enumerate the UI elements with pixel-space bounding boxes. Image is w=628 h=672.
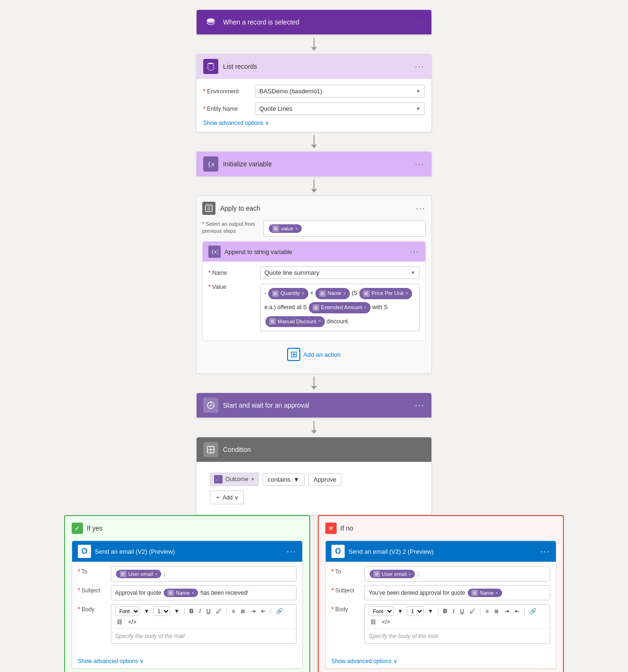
contains-dropdown[interactable]: contains ▼ [263,473,305,486]
outcome-close[interactable]: × [251,476,255,483]
if-yes-to-row: To ⊞ User email × ; [78,566,297,582]
step5-menu[interactable]: ··· [415,401,425,410]
extended-amount-token: ⊞ Extended Amount × [309,302,371,313]
step1-menu[interactable]: ··· [415,17,425,27]
if-no-body-input[interactable]: Font ▼ 12 ▼ B I U 🖊 ≡ [364,604,550,644]
if-no-subject-input[interactable]: You've been denied approval for quote ⊞ … [364,585,550,600]
step5-header: Start and wait for an approval ··· [197,393,431,418]
if-yes-subject-label: Subject [78,585,111,594]
outcome-icon: ✓ [214,475,223,484]
add-button[interactable]: ＋ Add ∨ [210,491,244,504]
svg-text:✓: ✓ [215,478,218,482]
if-no-bold-btn[interactable]: B [441,607,449,615]
if-no-outdent-btn[interactable]: ⇤ [513,607,521,615]
toolbar-divider1: ▼ [142,607,151,615]
strike-btn[interactable]: 🖊 [214,607,223,615]
if-no-email-body: To ⊞ User email × ; Subject [326,562,556,652]
if-no-size-select[interactable]: 12 [407,606,424,616]
step4-menu[interactable]: ··· [416,204,426,213]
if-no-to-input[interactable]: ⊞ User email × ; [364,566,550,582]
step4-name-row: Name Quote line summary ▼ [208,266,420,279]
step2-menu[interactable]: ··· [415,62,425,72]
if-yes-body-placeholder[interactable]: Specify the body of the mail [111,629,296,643]
if-no-ol-btn[interactable]: ≣ [492,607,501,615]
step4-inner-icon: {x} [208,246,221,258]
if-yes-to-label: To [78,566,111,575]
if-no-subject-name-token: ⊞ Name × [468,589,502,597]
outdent-btn[interactable]: ⇤ [259,607,268,615]
step5-icon [203,398,218,413]
step2-env-value: BASDemo (basdemo1) [259,88,322,95]
if-no-email-icon: O [331,545,345,558]
step4-outer-card: Apply to each ··· * Select an output fro… [196,196,432,374]
if-yes-body-label: Body [78,604,111,613]
if-no-unlink-btn[interactable]: ⛓ [369,618,378,626]
if-no-underline-btn[interactable]: U [458,607,466,615]
add-action-icon: ⊞ [287,348,300,361]
approve-input[interactable]: Approve [308,473,341,486]
step2-env-dropdown[interactable]: BASDemo (basdemo1) ▼ [255,85,425,98]
if-no-panel: ✕ If no O Send an email (V2) 2 (Preview)… [318,515,564,672]
step2-show-advanced[interactable]: Show advanced options ∨ [203,120,425,126]
link-btn[interactable]: 🔗 [274,607,285,615]
step4-inner-title: Append to string variable [224,248,410,255]
step6-menu[interactable]: ··· [415,445,425,455]
toolbar-divider2: ▼ [172,607,182,615]
step4-value-field[interactable]: - ⊞ Quantity × × ⊞ Name × (S [260,284,420,331]
if-no-subject-label: Subject [331,585,364,594]
if-no-font-select[interactable]: Font [369,606,394,616]
step4-name-dropdown[interactable]: Quote line summary ▼ [260,266,420,279]
if-no-italic-btn[interactable]: I [451,607,456,615]
if-no-ul-btn[interactable]: ≡ [483,607,490,615]
if-no-body-placeholder[interactable]: Specify the body of the mail [365,629,550,643]
if-yes-body-input[interactable]: Font ▼ 12 ▼ B I U 🖊 ≡ [111,604,297,644]
indent-btn[interactable]: ⇥ [249,607,257,615]
ul-btn[interactable]: ≡ [230,607,237,615]
if-no-code-btn[interactable]: </> [380,618,392,626]
bold-btn[interactable]: B [188,607,196,615]
step3-title: Initialize variable [223,160,415,168]
step2-env-arrow: ▼ [416,89,421,94]
if-no-strike-btn[interactable]: 🖊 [468,607,477,615]
step2-entity-dropdown[interactable]: Quote Lines ▼ [255,102,425,115]
step3-menu[interactable]: ··· [415,159,425,169]
if-yes-subject-input[interactable]: Approval for quote ⊞ Name × has been rec… [111,585,297,600]
token-close[interactable]: × [295,226,298,231]
if-no-email-header: O Send an email (V2) 2 (Preview) ··· [326,541,556,562]
step1-title: When a record is selected [223,18,415,26]
if-yes-email-title: Send an email (V2) (Preview) [95,548,287,555]
underline-btn[interactable]: U [205,607,213,615]
if-yes-to-input[interactable]: ⊞ User email × ; [111,566,297,582]
svg-point-0 [207,18,215,22]
step1-header: When a record is selected ··· [197,10,431,34]
if-yes-email-menu[interactable]: ··· [287,547,297,557]
step2-entity-label: Entity Name [203,106,255,112]
if-yes-font-select[interactable]: Font [115,606,140,616]
step2-env-row: Environment BASDemo (basdemo1) ▼ [203,85,425,98]
step2-env-label: Environment [203,88,255,95]
code-btn[interactable]: </> [126,618,138,626]
if-yes-header: ✓ If yes [72,523,303,534]
unlink-btn[interactable]: ⛓ [115,618,124,626]
step4-inner-menu[interactable]: ··· [410,247,420,257]
if-yes-size-select[interactable]: 12 [153,606,170,616]
arrow2 [311,132,317,151]
step4-select-output[interactable]: ⊞ value × [264,221,426,237]
if-yes-show-advanced[interactable]: Show advanced options ∨ [72,652,302,668]
if-no-indent-btn[interactable]: ⇥ [503,607,511,615]
step4-add-action[interactable]: ⊞ Add an action [202,341,426,368]
if-no-to-row: To ⊞ User email × ; [331,566,550,582]
step4-title: Apply to each [220,205,416,212]
step4-inner-header: {x} Append to string variable ··· [203,242,425,262]
if-yes-email-body: To ⊞ User email × ; Subject [72,562,302,652]
if-no-toolbar: Font ▼ 12 ▼ B I U 🖊 ≡ [365,605,550,629]
if-no-email-menu[interactable]: ··· [540,547,550,557]
if-no-email-card: O Send an email (V2) 2 (Preview) ··· To … [325,541,556,669]
step2-entity-value: Quote Lines [259,105,292,112]
italic-btn[interactable]: I [197,607,202,615]
if-no-show-advanced[interactable]: Show advanced options ∨ [326,652,556,668]
ol-btn[interactable]: ≣ [239,607,247,615]
step5-title: Start and wait for an approval [223,402,415,409]
if-no-link-btn[interactable]: 🔗 [528,607,538,615]
step4-value-label: Value [208,284,260,290]
